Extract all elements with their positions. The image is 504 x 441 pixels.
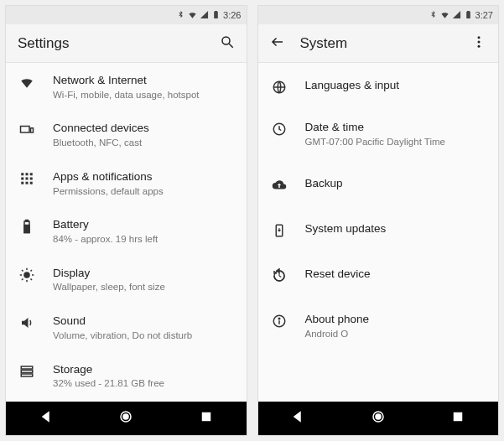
restore-icon <box>270 267 288 283</box>
svg-rect-5 <box>26 173 29 175</box>
home-nav-icon[interactable] <box>118 409 133 428</box>
row-title: Network & Internet <box>53 73 235 88</box>
status-time: 3:27 <box>475 10 493 20</box>
svg-rect-18 <box>21 370 33 372</box>
bluetooth-icon <box>176 10 185 21</box>
clock-icon <box>270 120 288 137</box>
svg-point-32 <box>278 319 280 320</box>
settings-row-battery[interactable]: Battery 84% - approx. 19 hrs left <box>6 207 247 255</box>
system-row-datetime[interactable]: Date & time GMT-07:00 Pacific Daylight T… <box>258 110 499 163</box>
devices-icon <box>18 121 36 137</box>
settings-row-display[interactable]: Display Wallpaper, sleep, font size <box>6 256 247 304</box>
row-title: Sound <box>53 314 235 329</box>
row-title: Connected devices <box>53 121 235 136</box>
settings-row-network[interactable]: Network & Internet Wi-Fi, mobile, data u… <box>6 63 247 111</box>
settings-row-apps[interactable]: Apps & notifications Permissions, defaul… <box>6 159 247 207</box>
globe-icon <box>270 78 288 95</box>
row-subtitle: Wallpaper, sleep, font size <box>53 281 235 293</box>
row-title: Reset device <box>305 267 487 282</box>
row-title: Display <box>53 266 235 281</box>
signal-icon <box>200 10 209 21</box>
app-bar: System <box>258 24 499 63</box>
row-subtitle: Volume, vibration, Do not disturb <box>53 329 235 342</box>
svg-rect-10 <box>21 182 23 184</box>
volume-icon <box>18 314 36 330</box>
svg-point-16 <box>23 272 30 278</box>
app-bar: Settings <box>6 24 247 63</box>
signal-icon <box>452 10 461 21</box>
overflow-icon[interactable] <box>471 34 486 53</box>
svg-rect-35 <box>454 412 463 422</box>
svg-rect-19 <box>21 374 33 376</box>
row-title: About phone <box>305 312 487 327</box>
info-icon <box>270 312 288 329</box>
svg-point-24 <box>478 36 481 39</box>
status-time: 3:26 <box>223 10 241 20</box>
system-list: Languages & input Date & time GMT-07:00 … <box>258 63 499 402</box>
row-title: Languages & input <box>305 78 487 93</box>
svg-rect-6 <box>30 173 33 175</box>
battery-icon <box>464 10 473 21</box>
svg-line-1 <box>229 44 233 48</box>
svg-rect-7 <box>21 177 23 179</box>
back-nav-icon[interactable] <box>290 409 305 428</box>
system-row-reset[interactable]: Reset device <box>258 253 499 298</box>
row-subtitle: Wi-Fi, mobile, data usage, hotspot <box>53 89 235 101</box>
wifi-icon <box>440 10 449 21</box>
row-title: Apps & notifications <box>53 169 235 184</box>
status-bar: 3:26 <box>6 6 247 24</box>
home-nav-icon[interactable] <box>371 409 386 428</box>
settings-row-storage[interactable]: Storage 32% used - 21.81 GB free <box>6 352 247 400</box>
row-subtitle: 84% - approx. 19 hrs left <box>53 233 235 246</box>
row-subtitle: Bluetooth, NFC, cast <box>53 137 235 149</box>
row-title: System updates <box>305 221 487 236</box>
svg-point-26 <box>478 44 481 47</box>
svg-rect-17 <box>21 366 33 369</box>
system-row-about[interactable]: About phone Android O <box>258 298 499 350</box>
wifi-icon <box>188 10 197 21</box>
back-nav-icon[interactable] <box>39 409 54 428</box>
settings-row-sound[interactable]: Sound Volume, vibration, Do not disturb <box>6 304 247 351</box>
search-icon[interactable] <box>220 34 235 53</box>
cloud-upload-icon <box>270 176 288 193</box>
row-subtitle: GMT-07:00 Pacific Daylight Time <box>305 136 487 148</box>
settings-row-connected[interactable]: Connected devices Bluetooth, NFC, cast <box>6 111 247 158</box>
svg-rect-11 <box>26 182 29 184</box>
svg-rect-12 <box>30 182 33 184</box>
svg-point-22 <box>123 414 128 419</box>
page-title: Settings <box>18 35 205 52</box>
svg-point-34 <box>376 414 381 419</box>
back-icon[interactable] <box>270 34 285 53</box>
apps-icon <box>18 169 36 186</box>
svg-rect-2 <box>21 127 30 133</box>
svg-rect-14 <box>26 220 29 222</box>
phone-right: 3:27 System Languages & input Date & tim… <box>257 5 500 436</box>
status-bar: 3:27 <box>258 6 499 24</box>
svg-rect-23 <box>202 412 211 422</box>
bluetooth-icon <box>429 10 438 21</box>
recents-nav-icon[interactable] <box>450 409 465 428</box>
row-subtitle: Permissions, default apps <box>53 185 235 198</box>
storage-icon <box>18 362 36 379</box>
battery-icon <box>18 217 36 234</box>
system-update-icon <box>270 221 288 238</box>
settings-list: Network & Internet Wi-Fi, mobile, data u… <box>6 63 247 402</box>
row-title: Backup <box>305 176 487 191</box>
svg-rect-15 <box>24 226 29 233</box>
system-row-languages[interactable]: Languages & input <box>258 63 499 110</box>
row-subtitle: 32% used - 21.81 GB free <box>53 377 235 390</box>
nav-bar <box>6 402 247 435</box>
svg-rect-8 <box>26 177 29 179</box>
wifi-icon <box>18 73 36 90</box>
svg-rect-9 <box>30 177 33 179</box>
system-row-backup[interactable]: Backup <box>258 163 499 208</box>
row-title: Storage <box>53 362 235 377</box>
battery-icon <box>211 10 221 21</box>
brightness-icon <box>18 266 36 283</box>
system-row-updates[interactable]: System updates <box>258 208 499 253</box>
svg-point-25 <box>478 40 481 43</box>
svg-point-0 <box>222 37 230 44</box>
row-subtitle: Android O <box>305 328 487 340</box>
svg-rect-3 <box>31 128 34 132</box>
recents-nav-icon[interactable] <box>199 409 214 428</box>
